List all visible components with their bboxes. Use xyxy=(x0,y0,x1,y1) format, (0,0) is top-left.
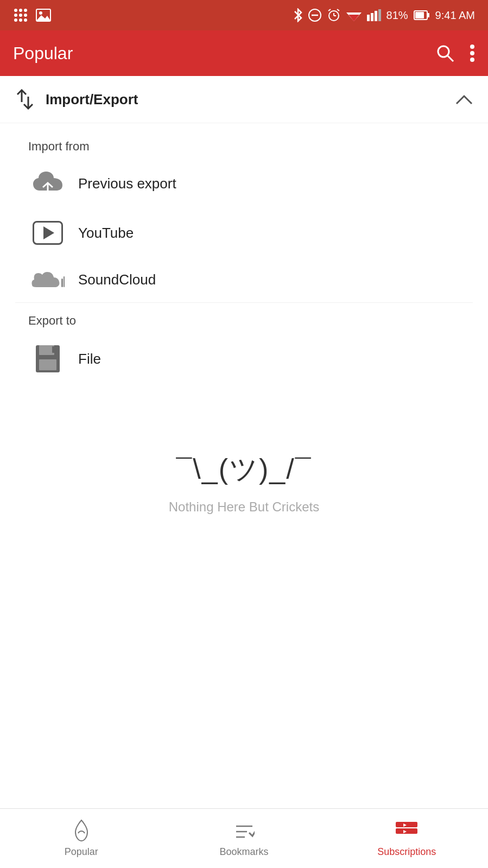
svg-rect-46 xyxy=(396,822,417,827)
battery-percent: 81% xyxy=(386,9,408,22)
svg-rect-38 xyxy=(64,276,65,287)
svg-point-10 xyxy=(39,11,42,15)
svg-rect-25 xyxy=(378,9,381,21)
svg-rect-22 xyxy=(367,15,370,21)
bluetooth-icon xyxy=(293,8,303,22)
status-bar-left xyxy=(13,8,51,23)
file-item[interactable]: File xyxy=(0,332,488,385)
svg-point-7 xyxy=(19,18,22,22)
bookmarks-nav-label: Bookmarks xyxy=(219,846,268,858)
svg-point-4 xyxy=(19,14,22,17)
youtube-item[interactable]: YouTube xyxy=(0,209,488,257)
svg-rect-37 xyxy=(61,278,63,287)
svg-rect-23 xyxy=(371,13,373,21)
search-icon xyxy=(436,44,454,62)
import-export-title: Import/Export xyxy=(46,91,455,108)
file-label: File xyxy=(78,351,101,368)
import-export-section-header[interactable]: Import/Export xyxy=(0,76,488,123)
signal-icon xyxy=(367,9,381,21)
bookmarks-icon xyxy=(234,819,255,843)
bottom-nav-popular[interactable]: Popular xyxy=(0,819,163,858)
svg-line-18 xyxy=(337,9,339,11)
time-display: 9:41 AM xyxy=(435,9,475,22)
svg-point-2 xyxy=(24,9,27,12)
cloud-upload-icon xyxy=(28,170,67,197)
svg-rect-40 xyxy=(39,345,54,355)
soundcloud-item[interactable]: SoundCloud xyxy=(0,257,488,302)
svg-point-29 xyxy=(438,46,449,57)
subscriptions-icon xyxy=(395,819,419,843)
status-bar-right: 81% 9:41 AM xyxy=(293,8,475,22)
more-options-icon xyxy=(470,44,475,62)
import-export-icon xyxy=(15,89,35,110)
svg-rect-47 xyxy=(396,828,417,834)
svg-rect-24 xyxy=(375,11,377,21)
page-title: Popular xyxy=(13,43,73,64)
previous-export-item[interactable]: Previous export xyxy=(0,158,488,209)
svg-rect-42 xyxy=(52,346,55,353)
empty-state: ¯\_(ツ)_/¯ Nothing Here But Crickets xyxy=(0,407,488,558)
toolbar: Popular xyxy=(0,30,488,76)
popular-nav-label: Popular xyxy=(65,846,98,858)
svg-rect-27 xyxy=(415,12,424,18)
youtube-label: YouTube xyxy=(78,225,134,242)
svg-point-0 xyxy=(14,9,17,12)
svg-point-1 xyxy=(19,9,22,12)
wifi-icon xyxy=(346,9,362,21)
search-button[interactable] xyxy=(436,44,454,62)
svg-marker-11 xyxy=(36,15,50,21)
popular-icon xyxy=(71,819,92,843)
svg-point-5 xyxy=(24,14,27,17)
svg-rect-41 xyxy=(39,359,56,370)
empty-state-label: Nothing Here But Crickets xyxy=(169,499,319,515)
shrug-emoticon: ¯\_(ツ)_/¯ xyxy=(176,451,312,489)
svg-point-33 xyxy=(470,58,474,62)
svg-point-31 xyxy=(470,45,474,49)
svg-point-3 xyxy=(14,14,17,17)
svg-point-6 xyxy=(14,18,17,22)
dnd-icon xyxy=(308,9,321,22)
svg-point-32 xyxy=(470,51,474,55)
soundcloud-icon xyxy=(28,269,67,290)
svg-marker-21 xyxy=(351,17,357,21)
dot-grid-icon xyxy=(13,8,28,23)
import-from-label: Import from xyxy=(0,129,488,158)
bottom-nav-subscriptions[interactable]: Subscriptions xyxy=(325,819,488,858)
svg-line-17 xyxy=(328,9,331,11)
subscriptions-nav-label: Subscriptions xyxy=(377,846,436,858)
image-icon xyxy=(36,9,51,22)
more-options-button[interactable] xyxy=(470,44,475,62)
toolbar-actions xyxy=(436,44,475,62)
youtube-icon xyxy=(28,221,67,245)
battery-icon xyxy=(414,10,430,20)
bottom-navigation: Popular Bookmarks Subscriptions xyxy=(0,808,488,868)
chevron-up-icon xyxy=(455,94,473,105)
svg-rect-28 xyxy=(427,13,429,17)
export-to-label: Export to xyxy=(0,303,488,332)
file-save-icon xyxy=(28,344,67,373)
content-area: Import from Previous export YouTube xyxy=(0,123,488,558)
svg-point-8 xyxy=(24,18,27,22)
bottom-nav-bookmarks[interactable]: Bookmarks xyxy=(163,819,326,858)
alarm-icon xyxy=(327,8,341,22)
status-bar: 81% 9:41 AM xyxy=(0,0,488,30)
previous-export-label: Previous export xyxy=(78,175,176,192)
soundcloud-label: SoundCloud xyxy=(78,271,156,288)
svg-line-30 xyxy=(448,56,453,61)
